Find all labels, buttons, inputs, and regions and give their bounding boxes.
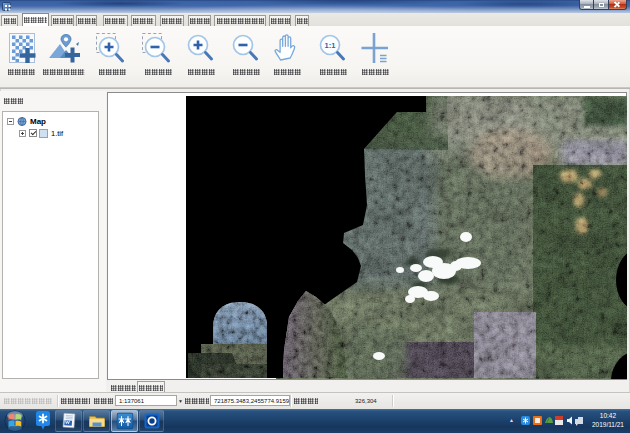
svg-text:1:1: 1:1 xyxy=(325,41,336,50)
